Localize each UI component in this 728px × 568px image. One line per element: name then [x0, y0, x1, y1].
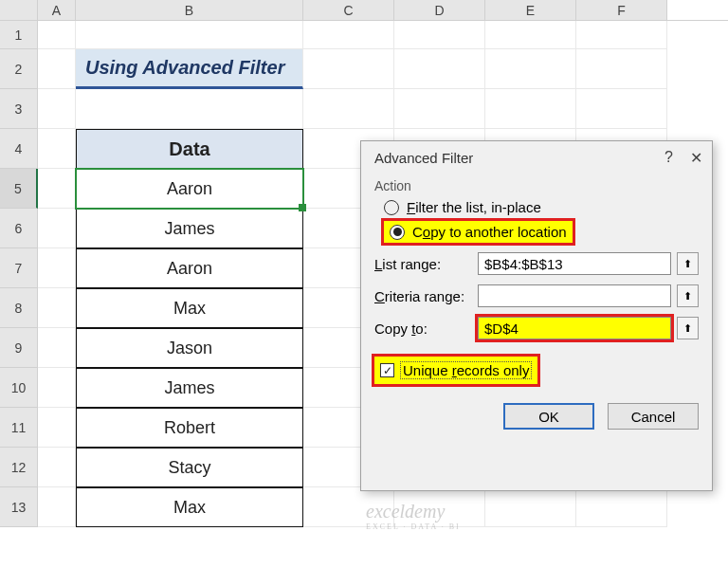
cell-A11[interactable] — [38, 408, 76, 448]
cell-A5[interactable] — [38, 169, 76, 209]
cell-A3[interactable] — [38, 89, 76, 129]
help-icon[interactable]: ? — [664, 149, 673, 167]
row-header-6[interactable]: 6 — [0, 209, 38, 248]
row-header-4[interactable]: 4 — [0, 129, 38, 169]
col-header-A[interactable]: A — [38, 0, 76, 20]
collapse-dialog-icon[interactable]: ⬆ — [677, 284, 699, 307]
cell-D1[interactable] — [394, 21, 485, 49]
cell-C2[interactable] — [303, 49, 394, 89]
row-header-2[interactable]: 2 — [0, 49, 38, 89]
cell-E13[interactable] — [485, 487, 576, 527]
cell-B11[interactable]: Robert — [76, 408, 303, 448]
cell-A7[interactable] — [38, 248, 76, 288]
watermark: exceldemy EXCEL · DATA · BI — [366, 501, 461, 531]
copy-to-label: Copy to: — [374, 321, 472, 337]
cell-B6[interactable]: James — [76, 209, 303, 248]
col-header-C[interactable]: C — [303, 0, 394, 20]
cell-B3[interactable] — [76, 89, 303, 129]
select-all-corner[interactable] — [0, 0, 38, 20]
cell-B13[interactable]: Max — [76, 487, 303, 527]
cell-F3[interactable] — [576, 89, 667, 129]
row-header-8[interactable]: 8 — [0, 288, 38, 328]
advanced-filter-dialog: Advanced Filter ? ✕ Action Filter the li… — [360, 140, 713, 491]
criteria-range-label: Criteria range: — [374, 288, 472, 304]
radio-label: Copy to another location — [412, 224, 567, 240]
cancel-button[interactable]: Cancel — [608, 403, 699, 430]
radio-copy-to-location[interactable]: Copy to another location — [384, 221, 573, 243]
row-header-12[interactable]: 12 — [0, 448, 38, 487]
list-range-input[interactable] — [478, 252, 671, 275]
dialog-title: Advanced Filter — [374, 150, 473, 166]
radio-icon — [384, 200, 399, 215]
cell-C3[interactable] — [303, 89, 394, 129]
radio-label: Filter the list, in-place — [407, 199, 541, 215]
radio-icon — [390, 225, 405, 240]
row-header-9[interactable]: 9 — [0, 328, 38, 368]
cell-E1[interactable] — [485, 21, 576, 49]
cell-B12[interactable]: Stacy — [76, 448, 303, 487]
action-group-label: Action — [374, 178, 699, 193]
checkbox-label: Unique records only — [400, 361, 532, 379]
cell-E2[interactable] — [485, 49, 576, 89]
cell-B9[interactable]: Jason — [76, 328, 303, 368]
list-range-label: List range: — [374, 256, 472, 272]
cell-A6[interactable] — [38, 209, 76, 248]
radio-filter-in-place[interactable]: Filter the list, in-place — [384, 199, 699, 215]
cell-B7[interactable]: Aaron — [76, 248, 303, 288]
checkbox-icon: ✓ — [380, 363, 394, 377]
cell-A1[interactable] — [38, 21, 76, 49]
cell-D2[interactable] — [394, 49, 485, 89]
cell-A2[interactable] — [38, 49, 76, 89]
cell-F1[interactable] — [576, 21, 667, 49]
criteria-range-input[interactable] — [478, 284, 671, 307]
col-header-D[interactable]: D — [394, 0, 485, 20]
cell-A8[interactable] — [38, 288, 76, 328]
cell-A13[interactable] — [38, 487, 76, 527]
ok-button[interactable]: OK — [503, 403, 594, 430]
title-cell[interactable]: Using Advanced Filter — [76, 49, 303, 89]
cell-C1[interactable] — [303, 21, 394, 49]
close-icon[interactable]: ✕ — [690, 149, 702, 167]
cell-B8[interactable]: Max — [76, 288, 303, 328]
row-header-7[interactable]: 7 — [0, 248, 38, 288]
collapse-dialog-icon[interactable]: ⬆ — [677, 317, 699, 339]
cell-A9[interactable] — [38, 328, 76, 368]
cell-B5[interactable]: Aaron — [76, 169, 303, 209]
collapse-dialog-icon[interactable]: ⬆ — [677, 252, 699, 275]
cell-A12[interactable] — [38, 448, 76, 487]
row-header-11[interactable]: 11 — [0, 408, 38, 448]
cell-A10[interactable] — [38, 368, 76, 408]
cell-E3[interactable] — [485, 89, 576, 129]
copy-to-input[interactable] — [478, 317, 671, 339]
row-header-10[interactable]: 10 — [0, 368, 38, 408]
row-header-1[interactable]: 1 — [0, 21, 38, 49]
cell-B10[interactable]: James — [76, 368, 303, 408]
dialog-titlebar[interactable]: Advanced Filter ? ✕ — [361, 141, 712, 174]
col-header-B[interactable]: B — [76, 0, 303, 20]
col-header-F[interactable]: F — [576, 0, 667, 20]
cell-B1[interactable] — [76, 21, 303, 49]
cell-F13[interactable] — [576, 487, 667, 527]
cell-D3[interactable] — [394, 89, 485, 129]
row-header-13[interactable]: 13 — [0, 487, 38, 527]
col-header-E[interactable]: E — [485, 0, 576, 20]
table-header[interactable]: Data — [76, 129, 303, 169]
cell-F2[interactable] — [576, 49, 667, 89]
cell-A4[interactable] — [38, 129, 76, 169]
unique-records-checkbox[interactable]: ✓ Unique records only — [374, 357, 537, 384]
column-headers: A B C D E F — [0, 0, 728, 21]
row-header-3[interactable]: 3 — [0, 89, 38, 129]
row-header-5[interactable]: 5 — [0, 169, 38, 209]
